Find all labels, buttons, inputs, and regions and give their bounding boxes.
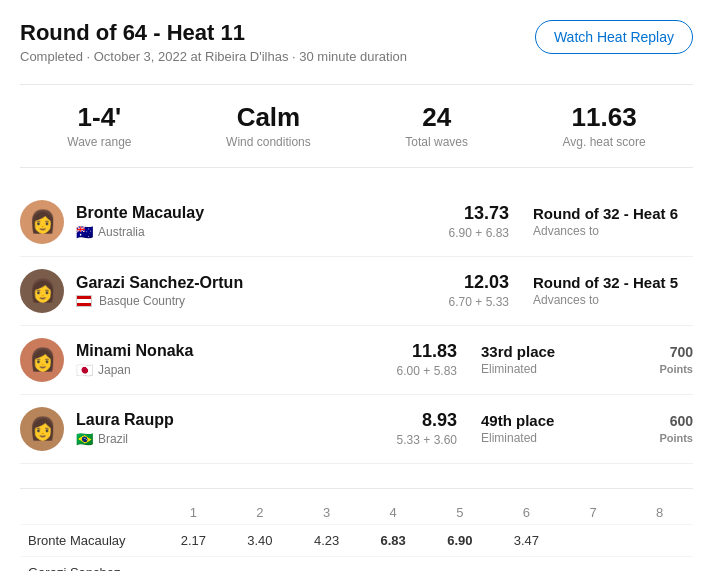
table-cell-score: 3.90 bbox=[427, 556, 494, 571]
athlete-country: Basque Country bbox=[76, 294, 449, 308]
header-info: Round of 64 - Heat 11 Completed · Octobe… bbox=[20, 20, 407, 64]
table-header-col-7: 7 bbox=[560, 501, 627, 525]
table-header-col-5: 5 bbox=[427, 501, 494, 525]
page-title: Round of 64 - Heat 11 bbox=[20, 20, 407, 46]
sub-score: 6.90 + 6.83 bbox=[449, 226, 509, 240]
result-title: Round of 32 - Heat 5 bbox=[533, 274, 693, 291]
stat-label-1: Wind conditions bbox=[226, 135, 311, 149]
page-header: Round of 64 - Heat 11 Completed · Octobe… bbox=[20, 20, 693, 64]
table-cell-name: Garazi Sanchez-Ortun bbox=[20, 556, 160, 571]
sub-score: 5.33 + 3.60 bbox=[397, 433, 457, 447]
athlete-row: 👩 Minami Nonaka 🇯🇵 Japan 11.83 6.00 + 5.… bbox=[20, 326, 693, 395]
table-cell-score: 6.90 bbox=[427, 524, 494, 556]
result-subtitle: Advances to bbox=[533, 293, 693, 307]
event-status: Completed bbox=[20, 49, 83, 64]
table-cell-score: 3.47 bbox=[493, 524, 560, 556]
athlete-info: Laura Raupp 🇧🇷 Brazil bbox=[76, 411, 397, 447]
athlete-country: 🇦🇺 Australia bbox=[76, 224, 449, 240]
stat-label-3: Avg. heat score bbox=[563, 135, 646, 149]
athlete-scores: 12.03 6.70 + 5.33 bbox=[449, 272, 509, 309]
athlete-result: 49th place Eliminated bbox=[481, 412, 641, 445]
table-header-col-1: 1 bbox=[160, 501, 227, 525]
athlete-country: 🇯🇵 Japan bbox=[76, 362, 397, 378]
result-title: 33rd place bbox=[481, 343, 641, 360]
athlete-name: Laura Raupp bbox=[76, 411, 397, 429]
event-subtitle: Completed · October 3, 2022 at Ribeira D… bbox=[20, 49, 407, 64]
athlete-avatar: 👩 bbox=[20, 200, 64, 244]
table-cell-name: Bronte Macaulay bbox=[20, 524, 160, 556]
result-title: 49th place bbox=[481, 412, 641, 429]
result-subtitle: Advances to bbox=[533, 224, 693, 238]
athlete-info: Garazi Sanchez-Ortun Basque Country bbox=[76, 274, 449, 308]
athlete-list: 👩 Bronte Macaulay 🇦🇺 Australia 13.73 6.9… bbox=[20, 188, 693, 464]
table-header-col-6: 6 bbox=[493, 501, 560, 525]
table-header-name bbox=[20, 501, 160, 525]
points-label: 700Points bbox=[653, 344, 693, 376]
table-row: Garazi Sanchez-Ortun2.505.333.232.573.90… bbox=[20, 556, 693, 571]
table-cell-score: 2.17 bbox=[160, 524, 227, 556]
athlete-name: Minami Nonaka bbox=[76, 342, 397, 360]
stat-label-2: Total waves bbox=[405, 135, 468, 149]
stat-item-0: 1-4' Wave range bbox=[67, 103, 131, 149]
stat-label-0: Wave range bbox=[67, 135, 131, 149]
athlete-info: Minami Nonaka 🇯🇵 Japan bbox=[76, 342, 397, 378]
country-flag: 🇯🇵 bbox=[76, 362, 93, 378]
table-cell-score: 3.23 bbox=[293, 556, 360, 571]
stat-item-1: Calm Wind conditions bbox=[226, 103, 311, 149]
sub-score: 6.70 + 5.33 bbox=[449, 295, 509, 309]
athlete-row: 👩 Laura Raupp 🇧🇷 Brazil 8.93 5.33 + 3.60… bbox=[20, 395, 693, 464]
stat-value-1: Calm bbox=[226, 103, 311, 132]
athlete-result: Round of 32 - Heat 5 Advances to bbox=[533, 274, 693, 307]
athlete-row: 👩 Garazi Sanchez-Ortun Basque Country 12… bbox=[20, 257, 693, 326]
result-subtitle: Eliminated bbox=[481, 431, 641, 445]
athlete-name: Garazi Sanchez-Ortun bbox=[76, 274, 449, 292]
athlete-scores: 11.83 6.00 + 5.83 bbox=[397, 341, 457, 378]
table-cell-score: 2.57 bbox=[360, 556, 427, 571]
points-label: 600Points bbox=[653, 413, 693, 445]
athlete-info: Bronte Macaulay 🇦🇺 Australia bbox=[76, 204, 449, 240]
athlete-result: Round of 32 - Heat 6 Advances to bbox=[533, 205, 693, 238]
table-header-col-3: 3 bbox=[293, 501, 360, 525]
table-cell-score bbox=[626, 556, 693, 571]
athlete-avatar: 👩 bbox=[20, 269, 64, 313]
athlete-row: 👩 Bronte Macaulay 🇦🇺 Australia 13.73 6.9… bbox=[20, 188, 693, 257]
stats-row: 1-4' Wave range Calm Wind conditions 24 … bbox=[20, 84, 693, 168]
stat-item-2: 24 Total waves bbox=[405, 103, 468, 149]
country-name: Japan bbox=[98, 363, 131, 377]
score-table: 12345678 Bronte Macaulay2.173.404.236.83… bbox=[20, 501, 693, 571]
table-header-col-4: 4 bbox=[360, 501, 427, 525]
result-title: Round of 32 - Heat 6 bbox=[533, 205, 693, 222]
table-row: Bronte Macaulay2.173.404.236.836.903.47 bbox=[20, 524, 693, 556]
country-name: Basque Country bbox=[99, 294, 185, 308]
table-cell-score: 2.50 bbox=[160, 556, 227, 571]
main-score: 13.73 bbox=[449, 203, 509, 224]
country-name: Australia bbox=[98, 225, 145, 239]
table-cell-score: 6.70 bbox=[493, 556, 560, 571]
result-subtitle: Eliminated bbox=[481, 362, 641, 376]
table-cell-score bbox=[560, 524, 627, 556]
main-score: 12.03 bbox=[449, 272, 509, 293]
table-cell-score bbox=[560, 556, 627, 571]
event-date: October 3, 2022 at Ribeira D'ilhas bbox=[94, 49, 289, 64]
stat-value-0: 1-4' bbox=[67, 103, 131, 132]
main-score: 11.83 bbox=[397, 341, 457, 362]
athlete-scores: 8.93 5.33 + 3.60 bbox=[397, 410, 457, 447]
athlete-scores: 13.73 6.90 + 6.83 bbox=[449, 203, 509, 240]
country-flag: 🇧🇷 bbox=[76, 431, 93, 447]
stat-value-3: 11.63 bbox=[563, 103, 646, 132]
table-cell-score bbox=[626, 524, 693, 556]
athlete-result: 33rd place Eliminated bbox=[481, 343, 641, 376]
athlete-name: Bronte Macaulay bbox=[76, 204, 449, 222]
stat-item-3: 11.63 Avg. heat score bbox=[563, 103, 646, 149]
watch-replay-button[interactable]: Watch Heat Replay bbox=[535, 20, 693, 54]
table-cell-score: 3.40 bbox=[227, 524, 294, 556]
stat-value-2: 24 bbox=[405, 103, 468, 132]
table-cell-score: 6.83 bbox=[360, 524, 427, 556]
table-header-col-8: 8 bbox=[626, 501, 693, 525]
event-duration: 30 minute duration bbox=[299, 49, 407, 64]
table-cell-score: 5.33 bbox=[227, 556, 294, 571]
sub-score: 6.00 + 5.83 bbox=[397, 364, 457, 378]
athlete-country: 🇧🇷 Brazil bbox=[76, 431, 397, 447]
table-header-col-2: 2 bbox=[227, 501, 294, 525]
country-name: Brazil bbox=[98, 432, 128, 446]
